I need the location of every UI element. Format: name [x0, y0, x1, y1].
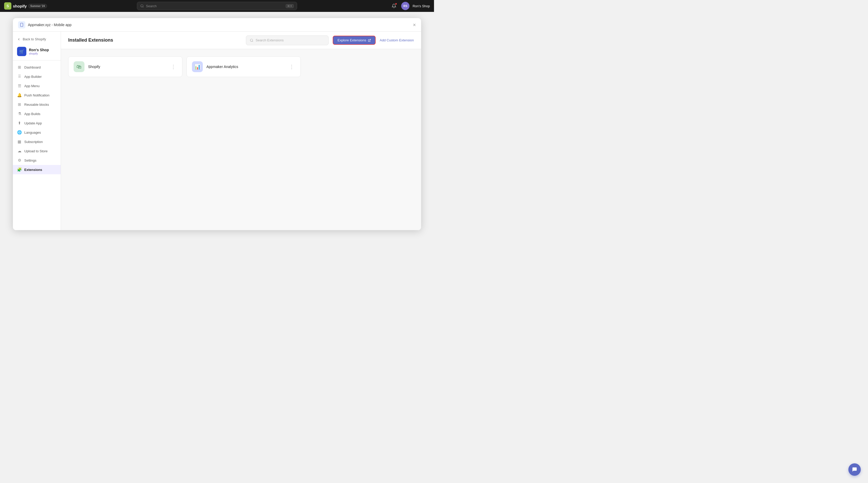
- nav-label-languages: Languages: [24, 131, 41, 135]
- shopify-logo-text: shopify: [13, 4, 27, 8]
- content-header: Installed Extensions Explore Extensions …: [61, 32, 421, 49]
- nav-label-app-builder: App Builder: [24, 75, 41, 79]
- sidebar-item-app-menu[interactable]: ☰ App Menu: [13, 81, 61, 90]
- shopify-logo-icon: S: [4, 2, 11, 9]
- nav-icon-app-builder: ⠿: [17, 74, 22, 79]
- nav-icon-dashboard: ⊞: [17, 65, 22, 69]
- nav-icon-app-builds: ⚗: [17, 111, 22, 116]
- nav-icon-upload-to-store: ☁: [17, 149, 22, 153]
- back-arrow-icon: [17, 37, 21, 41]
- topbar: S shopify Summer '24 ⌘ K RS Ron's Shop: [0, 0, 434, 12]
- svg-point-4: [250, 39, 253, 41]
- main-content: Installed Extensions Explore Extensions …: [61, 32, 421, 230]
- search-extensions-input[interactable]: [255, 38, 325, 42]
- nav-label-dashboard: Dashboard: [24, 65, 41, 69]
- add-custom-extension-button[interactable]: Add Custom Extension: [380, 38, 414, 42]
- ext-name-shopify: Shopify: [88, 65, 166, 69]
- nav-label-settings: Settings: [24, 159, 36, 162]
- modal-close-button[interactable]: ×: [413, 22, 416, 27]
- nav-icon-reusable-blocks: ⊞: [17, 102, 22, 107]
- shopify-logo: S shopify Summer '24: [4, 2, 47, 9]
- explore-extensions-button[interactable]: Explore Extensions: [333, 36, 375, 45]
- nav-label-app-builds: App Builds: [24, 112, 40, 116]
- nav-icon-subscription: ▦: [17, 139, 22, 144]
- modal: Appmaker.xyz - Mobile app × Back to Shop…: [13, 18, 421, 230]
- sidebar-item-settings[interactable]: ⚙ Settings: [13, 155, 61, 165]
- sidebar-item-extensions[interactable]: 🧩 Extensions: [13, 165, 61, 174]
- back-to-shopify-button[interactable]: Back to Shopify: [13, 36, 61, 42]
- search-icon: [250, 38, 253, 42]
- extension-card-appmaker-analytics[interactable]: 📊 Appmaker Analytics ⋮: [187, 56, 301, 77]
- sidebar-item-languages[interactable]: 🌐 Languages: [13, 128, 61, 137]
- modal-body: Back to Shopify 🛒 Ron's Shop shopify ⊞ D…: [13, 32, 421, 230]
- sidebar-item-reusable-blocks[interactable]: ⊞ Reusable blocks: [13, 100, 61, 109]
- sidebar-item-subscription[interactable]: ▦ Subscription: [13, 137, 61, 146]
- topbar-search: ⌘ K: [137, 2, 297, 10]
- svg-line-6: [369, 39, 371, 40]
- nav-icon-push-notification: 🔔: [17, 93, 22, 97]
- nav-label-reusable-blocks: Reusable blocks: [24, 103, 49, 107]
- sidebar-item-app-builder[interactable]: ⠿ App Builder: [13, 72, 61, 81]
- extension-card-shopify[interactable]: 🛍 Shopify ⋮: [68, 56, 182, 77]
- svg-rect-2: [21, 23, 23, 26]
- nav-icon-languages: 🌐: [17, 130, 22, 135]
- notification-button[interactable]: [390, 2, 398, 10]
- nav-items-container: ⊞ Dashboard ⠿ App Builder ☰ App Menu 🔔 P…: [13, 63, 61, 174]
- topbar-search-input[interactable]: [146, 4, 284, 8]
- ext-icon-shopify: 🛍: [74, 61, 85, 72]
- svg-point-0: [141, 5, 143, 7]
- topbar-search-icon: [140, 4, 144, 8]
- nav-label-app-menu: App Menu: [24, 84, 39, 88]
- sidebar-item-upload-to-store[interactable]: ☁ Upload to Store: [13, 146, 61, 155]
- nav-icon-extensions: 🧩: [17, 167, 22, 172]
- svg-line-1: [143, 7, 144, 7]
- shop-icon: 🛒: [17, 47, 26, 56]
- extensions-area: 🛍 Shopify ⋮ 📊 Appmaker Analytics ⋮: [61, 49, 421, 230]
- sidebar-shop: 🛒 Ron's Shop shopify: [13, 45, 61, 60]
- nav-label-subscription: Subscription: [24, 140, 43, 144]
- topbar-right: RS Ron's Shop: [390, 2, 430, 10]
- ext-name-appmaker-analytics: Appmaker Analytics: [207, 65, 284, 69]
- sidebar-item-update-app[interactable]: ⬆ Update App: [13, 118, 61, 128]
- sidebar-item-app-builds[interactable]: ⚗ App Builds: [13, 109, 61, 118]
- nav-label-upload-to-store: Upload to Store: [24, 149, 48, 153]
- search-bar: [246, 35, 329, 45]
- nav-icon-app-menu: ☰: [17, 84, 22, 88]
- sidebar: Back to Shopify 🛒 Ron's Shop shopify ⊞ D…: [13, 32, 61, 230]
- keyboard-shortcut: ⌘ K: [286, 4, 294, 8]
- extensions-grid: 🛍 Shopify ⋮ 📊 Appmaker Analytics ⋮: [68, 56, 301, 77]
- ext-menu-shopify[interactable]: ⋮: [170, 63, 177, 71]
- ext-menu-appmaker-analytics[interactable]: ⋮: [288, 63, 295, 71]
- sidebar-shop-sub: shopify: [29, 52, 49, 55]
- nav-label-push-notification: Push Notification: [24, 93, 50, 97]
- notification-badge: [395, 3, 397, 5]
- modal-header-icon: [18, 21, 25, 28]
- modal-title: Appmaker.xyz - Mobile app: [28, 23, 71, 27]
- avatar: RS: [401, 2, 409, 10]
- external-link-icon: [368, 39, 371, 42]
- page-title: Installed Extensions: [68, 37, 113, 43]
- shop-name-topbar: Ron's Shop: [412, 4, 430, 8]
- nav-label-update-app: Update App: [24, 121, 42, 125]
- sidebar-shop-name: Ron's Shop: [29, 48, 49, 52]
- ext-icon-appmaker-analytics: 📊: [192, 61, 203, 72]
- svg-line-5: [252, 41, 253, 41]
- sidebar-item-dashboard[interactable]: ⊞ Dashboard: [13, 63, 61, 72]
- sidebar-item-push-notification[interactable]: 🔔 Push Notification: [13, 90, 61, 100]
- modal-header: Appmaker.xyz - Mobile app ×: [13, 18, 421, 32]
- summer-badge: Summer '24: [28, 4, 47, 8]
- nav-icon-update-app: ⬆: [17, 121, 22, 125]
- modal-wrapper: Appmaker.xyz - Mobile app × Back to Shop…: [0, 12, 434, 242]
- nav-icon-settings: ⚙: [17, 158, 22, 163]
- nav-label-extensions: Extensions: [24, 168, 42, 172]
